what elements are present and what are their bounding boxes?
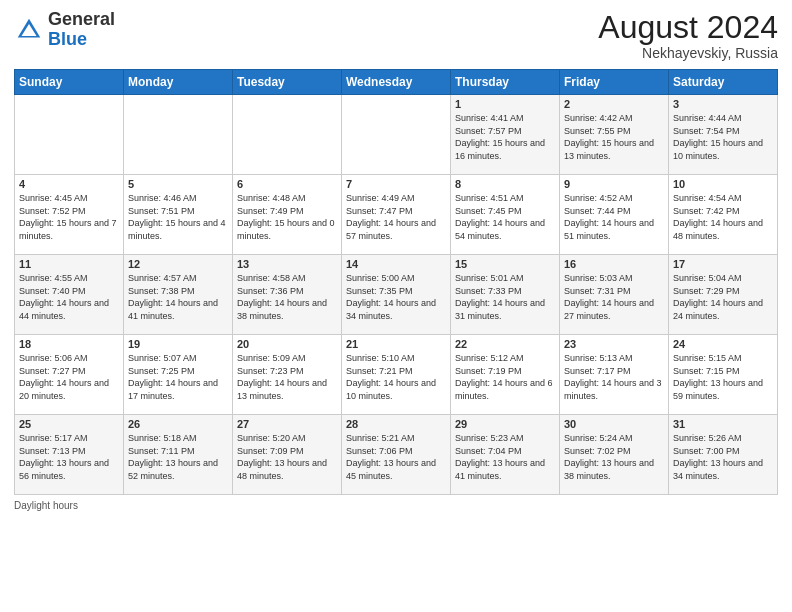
daylight-hours-label: Daylight hours	[14, 500, 78, 511]
calendar-cell: 26Sunrise: 5:18 AMSunset: 7:11 PMDayligh…	[124, 415, 233, 495]
day-number: 12	[128, 258, 228, 270]
calendar-header: SundayMondayTuesdayWednesdayThursdayFrid…	[15, 70, 778, 95]
calendar-cell: 15Sunrise: 5:01 AMSunset: 7:33 PMDayligh…	[451, 255, 560, 335]
calendar-cell: 7Sunrise: 4:49 AMSunset: 7:47 PMDaylight…	[342, 175, 451, 255]
day-info: Sunrise: 4:52 AMSunset: 7:44 PMDaylight:…	[564, 192, 664, 242]
day-info: Sunrise: 4:45 AMSunset: 7:52 PMDaylight:…	[19, 192, 119, 242]
calendar-cell: 20Sunrise: 5:09 AMSunset: 7:23 PMDayligh…	[233, 335, 342, 415]
day-number: 7	[346, 178, 446, 190]
day-number: 21	[346, 338, 446, 350]
day-info: Sunrise: 5:21 AMSunset: 7:06 PMDaylight:…	[346, 432, 446, 482]
day-info: Sunrise: 4:54 AMSunset: 7:42 PMDaylight:…	[673, 192, 773, 242]
weekday-header-friday: Friday	[560, 70, 669, 95]
location: Nekhayevskiy, Russia	[598, 45, 778, 61]
day-number: 14	[346, 258, 446, 270]
day-info: Sunrise: 5:13 AMSunset: 7:17 PMDaylight:…	[564, 352, 664, 402]
day-number: 28	[346, 418, 446, 430]
weekday-header-tuesday: Tuesday	[233, 70, 342, 95]
day-number: 29	[455, 418, 555, 430]
calendar-cell: 12Sunrise: 4:57 AMSunset: 7:38 PMDayligh…	[124, 255, 233, 335]
calendar-cell: 27Sunrise: 5:20 AMSunset: 7:09 PMDayligh…	[233, 415, 342, 495]
calendar-cell: 13Sunrise: 4:58 AMSunset: 7:36 PMDayligh…	[233, 255, 342, 335]
main-container: General Blue August 2024 Nekhayevskiy, R…	[0, 0, 792, 517]
day-info: Sunrise: 5:06 AMSunset: 7:27 PMDaylight:…	[19, 352, 119, 402]
day-info: Sunrise: 5:01 AMSunset: 7:33 PMDaylight:…	[455, 272, 555, 322]
weekday-header-sunday: Sunday	[15, 70, 124, 95]
day-info: Sunrise: 5:20 AMSunset: 7:09 PMDaylight:…	[237, 432, 337, 482]
day-info: Sunrise: 5:00 AMSunset: 7:35 PMDaylight:…	[346, 272, 446, 322]
day-info: Sunrise: 4:57 AMSunset: 7:38 PMDaylight:…	[128, 272, 228, 322]
day-number: 2	[564, 98, 664, 110]
day-number: 30	[564, 418, 664, 430]
day-number: 27	[237, 418, 337, 430]
day-info: Sunrise: 5:03 AMSunset: 7:31 PMDaylight:…	[564, 272, 664, 322]
calendar-cell: 30Sunrise: 5:24 AMSunset: 7:02 PMDayligh…	[560, 415, 669, 495]
calendar-cell: 25Sunrise: 5:17 AMSunset: 7:13 PMDayligh…	[15, 415, 124, 495]
calendar-cell: 19Sunrise: 5:07 AMSunset: 7:25 PMDayligh…	[124, 335, 233, 415]
day-info: Sunrise: 4:42 AMSunset: 7:55 PMDaylight:…	[564, 112, 664, 162]
calendar-cell: 29Sunrise: 5:23 AMSunset: 7:04 PMDayligh…	[451, 415, 560, 495]
day-number: 9	[564, 178, 664, 190]
day-info: Sunrise: 5:15 AMSunset: 7:15 PMDaylight:…	[673, 352, 773, 402]
day-info: Sunrise: 5:17 AMSunset: 7:13 PMDaylight:…	[19, 432, 119, 482]
weekday-header-wednesday: Wednesday	[342, 70, 451, 95]
day-info: Sunrise: 5:09 AMSunset: 7:23 PMDaylight:…	[237, 352, 337, 402]
day-info: Sunrise: 4:49 AMSunset: 7:47 PMDaylight:…	[346, 192, 446, 242]
calendar-cell: 18Sunrise: 5:06 AMSunset: 7:27 PMDayligh…	[15, 335, 124, 415]
day-info: Sunrise: 5:18 AMSunset: 7:11 PMDaylight:…	[128, 432, 228, 482]
logo-text: General Blue	[48, 10, 115, 50]
logo-general: General	[48, 9, 115, 29]
footer: Daylight hours	[14, 500, 778, 511]
day-info: Sunrise: 4:51 AMSunset: 7:45 PMDaylight:…	[455, 192, 555, 242]
day-info: Sunrise: 5:04 AMSunset: 7:29 PMDaylight:…	[673, 272, 773, 322]
calendar-cell	[15, 95, 124, 175]
day-info: Sunrise: 4:41 AMSunset: 7:57 PMDaylight:…	[455, 112, 555, 162]
day-info: Sunrise: 5:24 AMSunset: 7:02 PMDaylight:…	[564, 432, 664, 482]
header: General Blue August 2024 Nekhayevskiy, R…	[14, 10, 778, 61]
calendar-cell: 8Sunrise: 4:51 AMSunset: 7:45 PMDaylight…	[451, 175, 560, 255]
day-number: 10	[673, 178, 773, 190]
calendar-cell: 17Sunrise: 5:04 AMSunset: 7:29 PMDayligh…	[669, 255, 778, 335]
calendar-cell: 16Sunrise: 5:03 AMSunset: 7:31 PMDayligh…	[560, 255, 669, 335]
weekday-row: SundayMondayTuesdayWednesdayThursdayFrid…	[15, 70, 778, 95]
calendar-cell: 24Sunrise: 5:15 AMSunset: 7:15 PMDayligh…	[669, 335, 778, 415]
calendar-cell: 2Sunrise: 4:42 AMSunset: 7:55 PMDaylight…	[560, 95, 669, 175]
day-number: 16	[564, 258, 664, 270]
calendar-cell: 23Sunrise: 5:13 AMSunset: 7:17 PMDayligh…	[560, 335, 669, 415]
week-row-3: 11Sunrise: 4:55 AMSunset: 7:40 PMDayligh…	[15, 255, 778, 335]
day-info: Sunrise: 5:26 AMSunset: 7:00 PMDaylight:…	[673, 432, 773, 482]
weekday-header-thursday: Thursday	[451, 70, 560, 95]
calendar-cell: 1Sunrise: 4:41 AMSunset: 7:57 PMDaylight…	[451, 95, 560, 175]
title-block: August 2024 Nekhayevskiy, Russia	[598, 10, 778, 61]
day-number: 20	[237, 338, 337, 350]
calendar-cell: 4Sunrise: 4:45 AMSunset: 7:52 PMDaylight…	[15, 175, 124, 255]
calendar-cell: 21Sunrise: 5:10 AMSunset: 7:21 PMDayligh…	[342, 335, 451, 415]
day-number: 19	[128, 338, 228, 350]
day-number: 5	[128, 178, 228, 190]
week-row-1: 1Sunrise: 4:41 AMSunset: 7:57 PMDaylight…	[15, 95, 778, 175]
calendar-table: SundayMondayTuesdayWednesdayThursdayFrid…	[14, 69, 778, 495]
logo-blue: Blue	[48, 29, 87, 49]
day-number: 1	[455, 98, 555, 110]
calendar-cell: 10Sunrise: 4:54 AMSunset: 7:42 PMDayligh…	[669, 175, 778, 255]
calendar-cell: 22Sunrise: 5:12 AMSunset: 7:19 PMDayligh…	[451, 335, 560, 415]
calendar-cell: 5Sunrise: 4:46 AMSunset: 7:51 PMDaylight…	[124, 175, 233, 255]
logo-icon	[14, 15, 44, 45]
calendar-cell: 11Sunrise: 4:55 AMSunset: 7:40 PMDayligh…	[15, 255, 124, 335]
day-number: 18	[19, 338, 119, 350]
calendar-cell: 28Sunrise: 5:21 AMSunset: 7:06 PMDayligh…	[342, 415, 451, 495]
day-info: Sunrise: 4:48 AMSunset: 7:49 PMDaylight:…	[237, 192, 337, 242]
calendar-cell: 31Sunrise: 5:26 AMSunset: 7:00 PMDayligh…	[669, 415, 778, 495]
day-info: Sunrise: 5:12 AMSunset: 7:19 PMDaylight:…	[455, 352, 555, 402]
day-info: Sunrise: 4:46 AMSunset: 7:51 PMDaylight:…	[128, 192, 228, 242]
week-row-4: 18Sunrise: 5:06 AMSunset: 7:27 PMDayligh…	[15, 335, 778, 415]
day-number: 25	[19, 418, 119, 430]
day-info: Sunrise: 4:58 AMSunset: 7:36 PMDaylight:…	[237, 272, 337, 322]
day-info: Sunrise: 5:07 AMSunset: 7:25 PMDaylight:…	[128, 352, 228, 402]
weekday-header-saturday: Saturday	[669, 70, 778, 95]
day-number: 17	[673, 258, 773, 270]
day-number: 26	[128, 418, 228, 430]
day-number: 4	[19, 178, 119, 190]
day-number: 31	[673, 418, 773, 430]
day-number: 6	[237, 178, 337, 190]
